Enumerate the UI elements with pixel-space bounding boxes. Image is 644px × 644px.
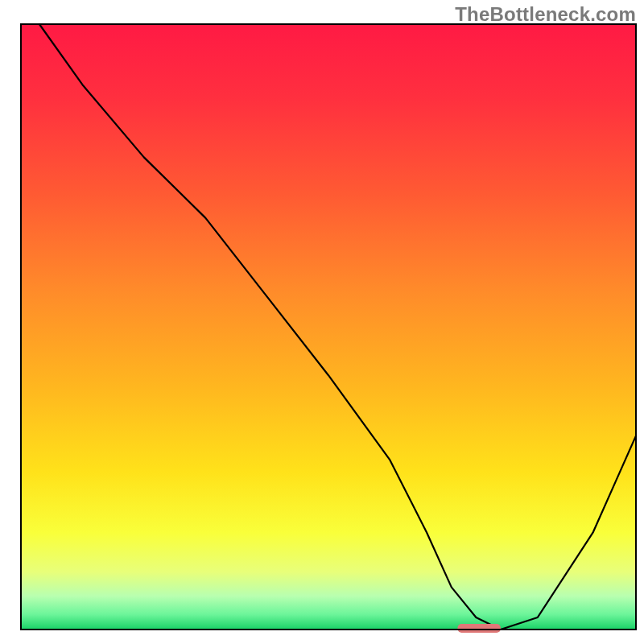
chart-stage: TheBottleneck.com (0, 0, 644, 644)
plot-background (21, 24, 636, 630)
sweet-spot-marker (457, 624, 500, 633)
watermark-text: TheBottleneck.com (455, 3, 636, 26)
bottleneck-chart (0, 0, 644, 644)
